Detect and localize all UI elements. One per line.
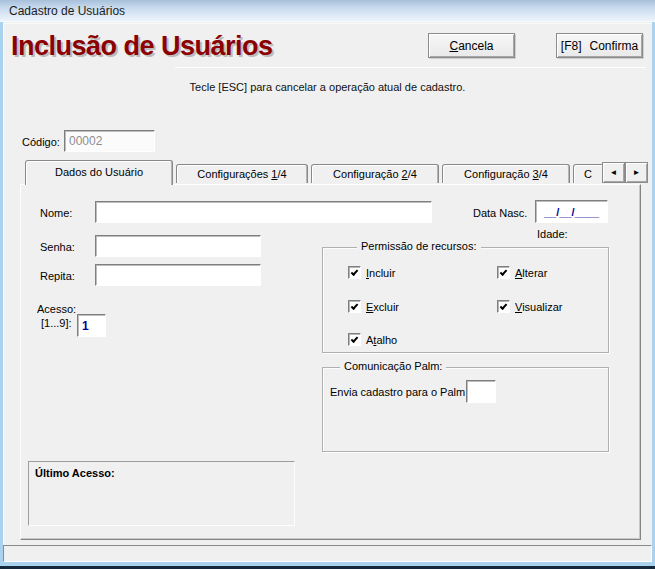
checkbox-alterar[interactable]: Alterar (497, 266, 547, 279)
checkbox-box (348, 300, 361, 313)
tab-label: C (584, 168, 592, 180)
page-title: Inclusão de Usuários (11, 31, 273, 62)
tab-label: Configuração 2/4 (333, 168, 417, 180)
checkbox-atalho[interactable]: Atalho (348, 333, 397, 346)
checkbox-atalho-label: Atalho (366, 334, 397, 346)
checkmark-icon (351, 335, 359, 343)
acesso-input[interactable] (77, 314, 106, 337)
checkbox-excluir[interactable]: Excluir (348, 300, 399, 313)
palm-envio-input[interactable] (466, 380, 496, 403)
codigo-input[interactable] (64, 130, 155, 152)
tab-dados-do-usuario[interactable]: Dados do Usuário (25, 160, 173, 185)
checkmark-icon (351, 302, 359, 310)
checkbox-box (348, 266, 361, 279)
senha-label: Senha: (40, 241, 75, 253)
window-titlebar[interactable]: Cadastro de Usuários (0, 0, 655, 22)
checkbox-alterar-label: Alterar (515, 267, 547, 279)
status-bar (3, 545, 652, 562)
cancel-button-label: Cancela (449, 39, 493, 53)
tab-configuracao-2-4[interactable]: Configuração 2/4 (311, 164, 439, 183)
repita-label: Repita: (40, 270, 75, 282)
confirm-button[interactable]: [F8] Confirma (556, 33, 643, 58)
permissoes-legend: Permissão de recursos: (357, 240, 481, 252)
checkbox-visualizar-label: Visualizar (515, 301, 563, 313)
acesso-label-line2: [1...9]: (41, 317, 72, 329)
idade-label: Idade: (537, 228, 568, 240)
checkbox-box (497, 266, 510, 279)
checkbox-incluir-label: Incluir (366, 267, 395, 279)
codigo-label: Código: (22, 136, 60, 148)
confirm-key-hint: [F8] (561, 39, 582, 53)
nome-input[interactable] (95, 201, 432, 223)
cancel-button[interactable]: Cancela (428, 33, 515, 58)
acesso-label-line1: Acesso: (37, 303, 76, 315)
esc-instruction-text: Tecle [ESC] para cancelar a operação atu… (0, 81, 655, 93)
header-divider (175, 67, 646, 68)
window-title: Cadastro de Usuários (9, 4, 125, 18)
arrow-left-icon: ◄ (610, 168, 618, 177)
checkbox-box (497, 300, 510, 313)
repita-input[interactable] (95, 264, 261, 286)
tab-configuracao-3-4[interactable]: Configuração 3/4 (442, 164, 570, 183)
tab-label: Dados do Usuário (55, 166, 143, 178)
palm-envio-label: Envia cadastro para o Palm: (330, 386, 468, 398)
tab-scroll-right-button[interactable]: ► (625, 162, 648, 183)
window-border-left (0, 22, 3, 566)
palm-legend: Comunicação Palm: (340, 360, 446, 372)
tab-label: Configurações 1/4 (197, 168, 286, 180)
confirm-button-label: Confirma (589, 39, 638, 53)
tab-scroll-left-button[interactable]: ◄ (602, 162, 625, 183)
data-nasc-label: Data Nasc. (473, 207, 527, 219)
checkbox-box (348, 333, 361, 346)
checkbox-incluir[interactable]: Incluir (348, 266, 395, 279)
tab-configuracoes-1-4[interactable]: Configurações 1/4 (176, 164, 308, 183)
data-nasc-input[interactable] (535, 200, 608, 223)
ultimo-acesso-panel: Último Acesso: (28, 461, 295, 526)
checkbox-excluir-label: Excluir (366, 301, 399, 313)
senha-input[interactable] (95, 235, 261, 257)
tab-label: Configuração 3/4 (464, 168, 548, 180)
arrow-right-icon: ► (633, 168, 641, 177)
checkbox-visualizar[interactable]: Visualizar (497, 300, 563, 313)
cadastro-usuarios-window: Cadastro de Usuários Inclusão de Usuário… (0, 0, 655, 569)
checkmark-icon (500, 302, 508, 310)
nome-label: Nome: (40, 207, 72, 219)
checkmark-icon (500, 268, 508, 276)
checkmark-icon (351, 268, 359, 276)
ultimo-acesso-label: Último Acesso: (35, 467, 115, 479)
